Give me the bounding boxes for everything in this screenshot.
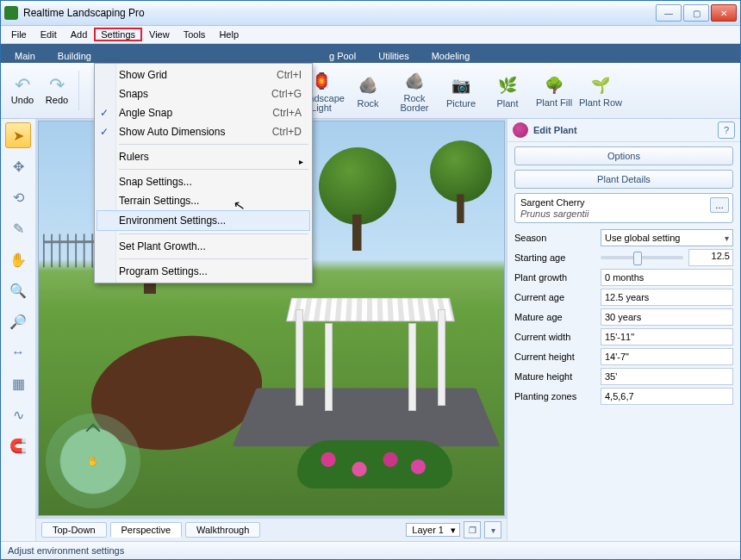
field-starting-age: 12.5	[601, 249, 733, 266]
scene-tree	[319, 147, 396, 251]
menu-item-terrain-settings[interactable]: Terrain Settings...	[97, 191, 310, 210]
panel-header: Edit Plant ?	[507, 119, 740, 142]
tool-magnet[interactable]: 🧲	[5, 432, 31, 458]
menu-item-angle-snap[interactable]: ✓Angle SnapCtrl+A	[97, 103, 310, 122]
menu-add[interactable]: Add	[64, 28, 95, 41]
plant-fill-icon: 🌳	[542, 73, 566, 97]
field-mature-height[interactable]: 35'	[601, 368, 733, 385]
tab-main[interactable]: Main	[4, 49, 46, 63]
category-tabs: Main Building g Pool Utilities Modeling	[1, 44, 740, 63]
rock-icon: 🪨	[356, 73, 380, 97]
menu-item-program-settings[interactable]: Program Settings...	[97, 262, 310, 281]
layer-select[interactable]: Layer 1 ▾	[406, 523, 460, 537]
tool-select[interactable]: ➤	[5, 122, 31, 148]
plant-common-name: Sargent Cherry	[520, 197, 727, 208]
options-button[interactable]: Options	[514, 146, 733, 165]
label-mature-height: Mature height	[514, 371, 597, 382]
menu-file[interactable]: File	[4, 28, 34, 41]
ribbon-rock[interactable]: 🪨Rock	[345, 67, 391, 114]
starting-age-slider[interactable]	[601, 256, 683, 259]
plant-latin-name: Prunus sargentii	[520, 208, 727, 219]
tool-zoom[interactable]: 🔍	[5, 277, 31, 303]
tool-pan[interactable]: ✋	[5, 246, 31, 272]
scene-tree	[430, 140, 492, 223]
window-controls: — ▢ ✕	[654, 4, 737, 22]
starting-age-value[interactable]: 12.5	[688, 249, 733, 266]
menu-item-set-plant-growth[interactable]: Set Plant Growth...	[97, 237, 310, 256]
label-mature-age: Mature age	[514, 312, 597, 322]
label-current-age: Current age	[514, 292, 597, 302]
menu-settings[interactable]: Settings	[94, 28, 142, 41]
tool-palette: ➤ ✥ ⟲ ✎ ✋ 🔍 🔎 ↔ ▦ ∿ 🧲	[1, 119, 36, 541]
menu-item-snap-settings[interactable]: Snap Settings...	[97, 172, 310, 191]
label-current-height: Current height	[514, 352, 597, 362]
plant-icon: 🌿	[495, 73, 520, 97]
redo-button[interactable]: ↷ Redo	[40, 69, 73, 112]
status-text: Adjust environment settings	[8, 545, 124, 556]
ribbon-rock-border[interactable]: 🪨Rock Border	[391, 67, 438, 114]
plant-name-box: Sargent Cherry Prunus sargentii …	[514, 193, 733, 223]
tool-move[interactable]: ✥	[5, 153, 31, 179]
scene-pergola	[289, 294, 452, 406]
layer-dropdown-button[interactable]: ▾	[484, 521, 501, 538]
panel-help-button[interactable]: ?	[718, 121, 735, 139]
ribbon-picture[interactable]: 📷Picture	[438, 67, 484, 114]
close-button[interactable]: ✕	[711, 4, 737, 22]
minimize-button[interactable]: —	[656, 4, 682, 22]
tool-rotate[interactable]: ⟲	[5, 184, 31, 210]
field-season[interactable]: Use global setting	[601, 229, 733, 246]
maximize-button[interactable]: ▢	[683, 4, 709, 22]
rock-border-icon: 🪨	[402, 69, 427, 93]
layer-manage-button[interactable]: ❐	[464, 521, 481, 538]
view-walkthrough[interactable]: Walkthrough	[185, 522, 260, 538]
ribbon-plant[interactable]: 🌿Plant	[484, 67, 531, 114]
view-perspective[interactable]: Perspective	[110, 522, 182, 538]
menu-item-rulers[interactable]: Rulers	[97, 147, 310, 166]
tool-snap[interactable]: ∿	[5, 401, 31, 427]
properties-panel: Edit Plant ? Options Plant Details Sarge…	[507, 119, 740, 541]
tool-dimension[interactable]: ↔	[5, 339, 31, 365]
menu-item-environment-settings[interactable]: Environment Settings...	[97, 210, 310, 231]
ribbon-plant-fill[interactable]: 🌳Plant Fill	[531, 67, 577, 114]
plant-details-button[interactable]: Plant Details	[514, 170, 733, 189]
undo-icon: ↶	[15, 76, 30, 95]
field-current-age: 12.5 years	[601, 289, 733, 306]
title-bar: Realtime Landscaping Pro — ▢ ✕	[1, 1, 740, 26]
field-mature-age[interactable]: 30 years	[601, 308, 733, 326]
window-title: Realtime Landscaping Pro	[23, 7, 654, 19]
label-current-width: Current width	[514, 332, 597, 342]
navigation-compass[interactable]: ✋	[46, 414, 140, 508]
field-current-width: 15'-11"	[601, 328, 733, 345]
tool-grid[interactable]: ▦	[5, 370, 31, 396]
ribbon-plant-row[interactable]: 🌱Plant Row	[577, 67, 624, 114]
status-bar: Adjust environment settings	[1, 541, 740, 559]
lamp-icon: 🏮	[309, 69, 333, 93]
menu-item-show-grid[interactable]: Show GridCtrl+I	[97, 65, 310, 84]
menu-item-snaps[interactable]: SnapsCtrl+G	[97, 84, 310, 103]
undo-button[interactable]: ↶ Undo	[6, 69, 39, 112]
tab-utilities[interactable]: Utilities	[368, 49, 419, 63]
menu-tools[interactable]: Tools	[177, 28, 213, 41]
scene-flowers	[297, 440, 452, 488]
settings-menu-dropdown: Show GridCtrl+ISnapsCtrl+G✓Angle SnapCtr…	[94, 63, 313, 283]
menu-edit[interactable]: Edit	[34, 28, 64, 41]
menu-item-show-auto-dimensions[interactable]: ✓Show Auto DimensionsCtrl+D	[97, 122, 310, 141]
label-planting-zones: Planting zones	[514, 391, 597, 401]
view-top-down[interactable]: Top-Down	[41, 522, 107, 538]
tool-curve[interactable]: ✎	[5, 215, 31, 241]
tab-modeling[interactable]: Modeling	[421, 49, 481, 63]
panel-title: Edit Plant	[533, 125, 577, 135]
tab-pool[interactable]: g Pool	[319, 49, 366, 63]
plant-row-icon: 🌱	[588, 73, 613, 97]
menu-bar: File Edit Add Settings View Tools Help	[1, 26, 740, 44]
menu-help[interactable]: Help	[212, 28, 246, 41]
menu-view[interactable]: View	[142, 28, 177, 41]
field-current-height: 14'-7"	[601, 348, 733, 365]
tool-orbit[interactable]: 🔎	[5, 308, 31, 334]
label-season: Season	[514, 233, 597, 243]
tab-building[interactable]: Building	[47, 49, 102, 63]
label-starting-age: Starting age	[514, 252, 597, 263]
browse-plant-button[interactable]: …	[710, 197, 729, 213]
field-planting-zones: 4,5,6,7	[601, 388, 733, 405]
field-plant-growth[interactable]: 0 months	[601, 269, 733, 286]
